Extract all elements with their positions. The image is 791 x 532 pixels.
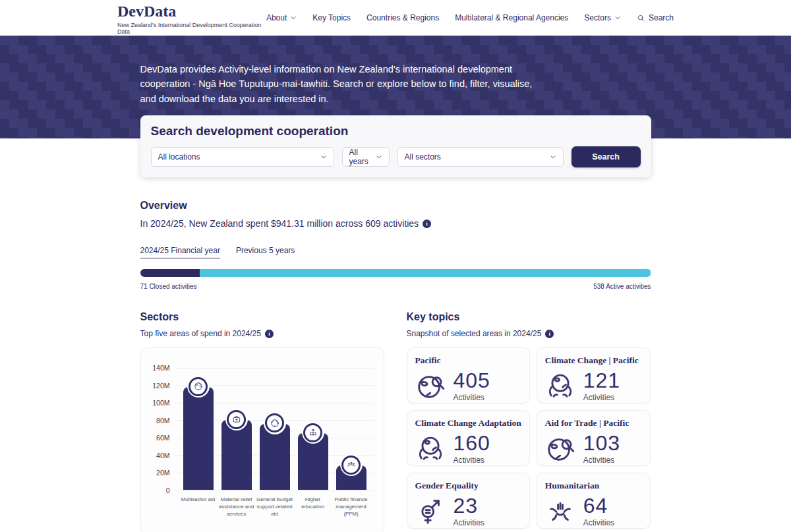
bar-body: [183, 387, 214, 490]
topic-unit: Activities: [454, 518, 484, 527]
sectors-title: Sectors: [140, 311, 384, 323]
logo-title: DevData: [117, 3, 266, 20]
people-icon: [347, 460, 356, 469]
hands-globe-icon: [545, 371, 575, 401]
search-button[interactable]: Search: [571, 146, 641, 167]
key-topics-section: Key topics Snapshot of selected areas in…: [407, 311, 651, 532]
sectors-subtitle: Top five areas of spend in 2024/25: [140, 329, 261, 338]
site-logo[interactable]: DevData New Zealand's International Deve…: [117, 1, 266, 34]
globe2-icon: [270, 419, 279, 428]
chevron-down-icon: [550, 154, 556, 160]
topic-value: 23: [454, 495, 484, 516]
chart-category-label: Multisector aid: [179, 496, 218, 517]
search-icon: [637, 14, 645, 22]
humanitarian-icon: [545, 496, 575, 527]
bar-material-relief-assistance-and-services[interactable]: [221, 420, 252, 490]
search-panel: Search development cooperation All locat…: [140, 115, 651, 177]
bar-badge: [225, 408, 248, 430]
key-topics-title: Key topics: [407, 311, 651, 323]
chart-ytick-label: 20M: [156, 469, 169, 477]
topic-value: 121: [583, 370, 620, 391]
active-activities-segment: [200, 269, 651, 277]
topic-unit: Activities: [583, 393, 620, 402]
info-icon[interactable]: i: [545, 330, 554, 338]
overview-section: Overview In 2024/25, New Zealand spent $…: [140, 200, 651, 290]
medical-case-icon: [232, 415, 241, 424]
globe-icon: [194, 382, 203, 391]
overview-summary: In 2024/25, New Zealand spent $941.31 mi…: [140, 218, 419, 229]
chart-ytick-label: 100M: [152, 399, 169, 407]
topic-card-aid-for-trade-pacific[interactable]: Aid for Trade | Pacific 103 Activities: [537, 410, 651, 466]
chevron-down-icon: [290, 15, 297, 21]
nav-item-key-topics[interactable]: Key Topics: [312, 13, 351, 22]
chart-category-label: Material relief assistance and services: [218, 496, 256, 517]
topic-card-gender-equality[interactable]: Gender Equality 23 Activities: [407, 473, 530, 529]
nav-item-label: Countries & Regions: [366, 13, 439, 22]
topic-card-climate-change-adaptation[interactable]: Climate Change Adaptation 160 Activities: [407, 410, 530, 466]
nav-item-about[interactable]: About: [266, 13, 297, 22]
sectors-bar-chart: 140M120M100M80M60M40M20M0 Multisector ai…: [140, 347, 384, 532]
nav-item-label: Sectors: [584, 13, 611, 22]
bar-badge: [302, 421, 324, 444]
chevron-down-icon: [376, 154, 382, 160]
nav-item-countries-regions[interactable]: Countries & Regions: [366, 13, 439, 22]
topic-title: Pacific: [415, 355, 521, 366]
logo-subtitle: New Zealand's International Development …: [117, 22, 266, 35]
filter-value: All locations: [158, 152, 200, 162]
topic-title: Gender Equality: [415, 481, 521, 491]
bar-general-budget-support-related-aid[interactable]: [260, 424, 290, 490]
chevron-down-icon: [320, 154, 327, 160]
nav-item-sectors[interactable]: Sectors: [584, 13, 621, 22]
info-icon[interactable]: i: [423, 220, 431, 228]
topic-card-humanitarian[interactable]: Humanitarian 64 Activities: [537, 473, 651, 529]
activities-progress-bar: [140, 269, 651, 277]
nav-item-label: Search: [649, 13, 674, 22]
hero-text: DevData provides Activity-level informat…: [140, 62, 536, 106]
bar-public-finance-management-pfm[interactable]: [336, 465, 366, 490]
globe-magnifier-icon: [415, 371, 446, 401]
nav-item-search[interactable]: Search: [637, 13, 674, 22]
chart-category-labels: Multisector aidMaterial relief assistanc…: [175, 496, 374, 517]
chart-ytick-label: 40M: [156, 452, 169, 459]
filter-value: All sectors: [405, 152, 441, 162]
main-nav: AboutKey TopicsCountries & RegionsMultil…: [266, 13, 674, 22]
topic-value: 160: [454, 432, 490, 454]
topic-title: Climate Change Adaptation: [415, 418, 521, 429]
topic-value: 103: [583, 432, 620, 454]
nav-item-label: Multilateral & Regional Agencies: [455, 13, 568, 22]
closed-activities-segment: [140, 269, 200, 277]
tab-2024-25-financial-year[interactable]: 2024/25 Financial year: [140, 246, 220, 258]
gender-equality-icon: [415, 496, 446, 527]
chart-ytick-label: 140M: [152, 364, 169, 372]
key-topics-subtitle: Snapshot of selected areas in 2024/25: [407, 329, 542, 338]
closed-activities-label: 71 Closed activities: [140, 283, 197, 290]
search-panel-title: Search development cooperation: [151, 124, 641, 138]
topic-title: Aid for Trade | Pacific: [545, 418, 642, 429]
bar-multisector-aid[interactable]: [183, 387, 214, 490]
locations-filter[interactable]: All locations: [151, 147, 334, 167]
overview-title: Overview: [140, 200, 651, 212]
chart-ytick-label: 0: [166, 487, 170, 494]
bar-higher-education[interactable]: [298, 433, 328, 490]
bar-badge: [264, 412, 286, 434]
topic-title: Climate Change | Pacific: [545, 355, 642, 366]
topic-card-pacific[interactable]: Pacific 405 Activities: [407, 347, 530, 403]
topic-title: Humanitarian: [545, 481, 642, 491]
hands-globe-icon: [415, 434, 446, 464]
topic-value: 405: [454, 370, 490, 391]
topic-value: 64: [583, 495, 614, 516]
nav-item-label: Key Topics: [312, 13, 351, 22]
globe-magnifier-icon: [545, 434, 575, 464]
sectors-filter[interactable]: All sectors: [397, 147, 564, 167]
topic-unit: Activities: [454, 456, 490, 465]
key-topics-grid: Pacific 405 Activities Climate Change | …: [407, 347, 651, 529]
info-icon[interactable]: i: [265, 330, 274, 338]
chart-category-label: General budget support-related aid: [256, 496, 294, 517]
tab-previous-5-years[interactable]: Previous 5 years: [236, 246, 295, 258]
nav-item-multilateral-regional-agencies[interactable]: Multilateral & Regional Agencies: [455, 13, 568, 22]
chart-plot-area: 140M120M100M80M60M40M20M0: [175, 368, 374, 490]
filter-value: All years: [349, 148, 376, 166]
topic-card-climate-change-pacific[interactable]: Climate Change | Pacific 121 Activities: [537, 347, 651, 403]
chart-category-label: Higher education: [294, 496, 332, 517]
years-filter[interactable]: All years: [342, 147, 390, 167]
